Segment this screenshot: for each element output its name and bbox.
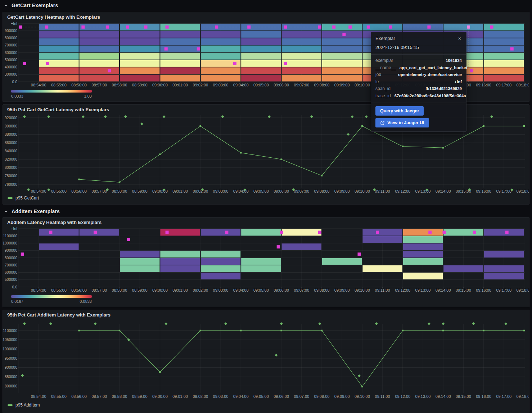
series-color-swatch <box>8 404 13 406</box>
svg-text:800000: 800000 <box>5 165 17 170</box>
svg-text:500000: 500000 <box>5 277 17 282</box>
svg-text:09:17:00: 09:17:00 <box>496 189 511 193</box>
field-key: __name__ <box>375 64 396 72</box>
svg-text:09:03:00: 09:03:00 <box>213 394 229 399</box>
svg-text:09:02:00: 09:02:00 <box>193 288 208 292</box>
svg-text:08:58:00: 08:58:00 <box>112 83 127 87</box>
field-value: fb1336d921369829 <box>425 85 462 93</box>
svg-text:1100000: 1100000 <box>3 328 17 333</box>
svg-text:900000: 900000 <box>5 28 17 33</box>
svg-text:900000: 900000 <box>5 124 17 128</box>
svg-text:09:05:00: 09:05:00 <box>253 288 269 292</box>
legend-p95-getcart[interactable]: p95 GetCart <box>8 196 39 201</box>
svg-text:09:18:00: 09:18:00 <box>517 189 529 193</box>
svg-text:09:11:00: 09:11:00 <box>375 189 390 193</box>
legend-label: p95 GetCart <box>15 196 39 201</box>
svg-text:09:04:00: 09:04:00 <box>233 189 249 193</box>
exemplar-tooltip: Exemplar × 2024-12-16 09:15:15 exemplar … <box>371 32 466 132</box>
svg-text:08:56:00: 08:56:00 <box>71 288 87 292</box>
svg-text:1000000: 1000000 <box>3 241 17 245</box>
svg-text:09:09:00: 09:09:00 <box>334 394 350 399</box>
svg-text:760000: 760000 <box>5 182 17 187</box>
section-header-getcart[interactable]: GetCart Exemplars <box>0 0 532 11</box>
svg-text:840000: 840000 <box>5 149 17 153</box>
section-title: AddItem Exemplars <box>12 208 60 214</box>
svg-text:09:01:00: 09:01:00 <box>172 83 188 87</box>
svg-text:09:00:00: 09:00:00 <box>152 288 168 292</box>
tooltip-title: Exemplar <box>375 36 395 41</box>
svg-text:09:06:00: 09:06:00 <box>274 189 289 193</box>
svg-text:09:00:00: 09:00:00 <box>152 394 168 399</box>
panel-title: AddItem Latency Heatmap with Exemplars <box>7 220 102 225</box>
panel-title: GetCart Latency Heatmap with Exemplars <box>7 14 100 20</box>
svg-text:09:15:00: 09:15:00 <box>456 288 471 292</box>
svg-text:08:55:00: 08:55:00 <box>51 189 67 193</box>
svg-text:09:06:00: 09:06:00 <box>274 394 289 399</box>
field-value: opentelemetry-demo/cartservice <box>398 71 462 78</box>
tooltip-field-row: span_id fb1336d921369829 <box>375 85 462 93</box>
tooltip-timestamp: 2024-12-16 09:15:15 <box>375 45 462 50</box>
svg-text:800000: 800000 <box>5 36 17 40</box>
field-key: job <box>375 71 381 78</box>
svg-text:850000: 850000 <box>5 374 17 379</box>
svg-text:09:10:00: 09:10:00 <box>355 288 370 292</box>
svg-text:09:18:00: 09:18:00 <box>517 394 529 399</box>
svg-text:0.0: 0.0 <box>12 80 17 84</box>
svg-text:08:55:00: 08:55:00 <box>51 83 67 87</box>
svg-text:1100000: 1100000 <box>3 234 17 238</box>
svg-text:09:15:00: 09:15:00 <box>456 394 471 399</box>
svg-text:09:17:00: 09:17:00 <box>496 288 511 292</box>
svg-text:08:54:00: 08:54:00 <box>31 288 46 292</box>
query-with-jaeger-button[interactable]: Query with Jaeger <box>375 106 424 116</box>
additem-p95-canvas[interactable]: 1100000105000010000009500009000008500008… <box>3 310 529 413</box>
svg-text:09:10:00: 09:10:00 <box>355 189 370 193</box>
chevron-down-icon <box>4 3 9 8</box>
tooltip-field-row: trace_id 67c60fa2e2f0ba9e6e43d198f5de304… <box>375 93 462 100</box>
svg-text:1050000: 1050000 <box>3 337 17 342</box>
svg-text:800000: 800000 <box>5 384 17 388</box>
section-header-additem[interactable]: AddItem Exemplars <box>0 206 532 217</box>
svg-text:09:06:00: 09:06:00 <box>274 83 289 87</box>
svg-text:08:58:00: 08:58:00 <box>112 288 127 292</box>
color-gradient-bar <box>11 90 92 93</box>
svg-text:08:54:00: 08:54:00 <box>31 394 46 399</box>
close-icon[interactable]: × <box>457 36 462 41</box>
getcart-color-scale: 0.0333 1.03 <box>11 90 92 98</box>
field-value: 67c60fa2e2f0ba9e6e43d198f5de304a <box>395 93 466 100</box>
additem-color-scale: 0.0167 0.0833 <box>11 295 92 304</box>
svg-text:08:54:00: 08:54:00 <box>31 83 46 87</box>
svg-text:08:55:00: 08:55:00 <box>51 394 67 399</box>
svg-text:09:10:00: 09:10:00 <box>355 83 370 87</box>
tooltip-field-row: le +Inf <box>375 78 462 86</box>
svg-text:09:12:00: 09:12:00 <box>395 394 410 399</box>
svg-text:300000: 300000 <box>5 72 17 76</box>
svg-text:08:59:00: 08:59:00 <box>132 394 148 399</box>
field-value: +Inf <box>454 78 462 86</box>
svg-text:08:57:00: 08:57:00 <box>91 288 107 292</box>
svg-text:09:01:00: 09:01:00 <box>172 189 188 193</box>
svg-text:08:58:00: 08:58:00 <box>112 394 127 399</box>
svg-text:09:01:00: 09:01:00 <box>172 288 188 292</box>
field-key: span_id <box>375 85 391 93</box>
view-in-jaeger-button[interactable]: View in Jaeger UI <box>375 118 429 127</box>
svg-text:08:55:00: 08:55:00 <box>51 288 67 292</box>
svg-text:09:08:00: 09:08:00 <box>314 394 330 399</box>
field-key: trace_id <box>375 93 391 100</box>
svg-text:09:13:00: 09:13:00 <box>415 189 431 193</box>
svg-text:08:57:00: 08:57:00 <box>91 394 107 399</box>
svg-text:900000: 900000 <box>5 248 17 252</box>
svg-text:09:13:00: 09:13:00 <box>415 288 431 292</box>
legend-p95-additem[interactable]: p95 AddItem <box>8 403 40 408</box>
svg-text:08:56:00: 08:56:00 <box>71 189 87 193</box>
additem-heatmap-canvas[interactable]: +Inf110000010000009000008000007000006000… <box>3 217 529 307</box>
svg-text:09:17:00: 09:17:00 <box>496 83 511 87</box>
svg-text:09:12:00: 09:12:00 <box>395 288 410 292</box>
svg-text:08:57:00: 08:57:00 <box>91 83 107 87</box>
svg-text:09:17:00: 09:17:00 <box>496 394 511 399</box>
svg-text:09:01:00: 09:01:00 <box>172 394 188 399</box>
svg-text:09:11:00: 09:11:00 <box>375 288 390 292</box>
svg-text:09:00:00: 09:00:00 <box>152 189 168 193</box>
svg-text:09:18:00: 09:18:00 <box>517 288 529 292</box>
svg-text:0.0: 0.0 <box>12 285 17 289</box>
field-key: exemplar <box>375 57 393 64</box>
